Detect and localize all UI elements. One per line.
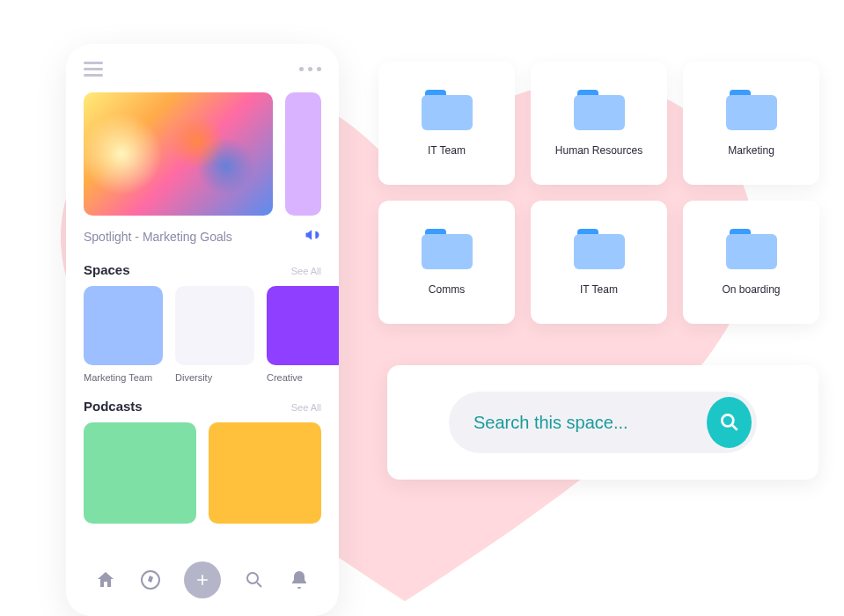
folder-card[interactable]: IT Team bbox=[378, 62, 515, 185]
space-tile bbox=[84, 286, 163, 365]
spaces-section-head: Spaces See All bbox=[66, 246, 339, 286]
folder-label: Human Resources bbox=[555, 144, 642, 157]
folder-label: On boarding bbox=[722, 283, 780, 296]
more-icon[interactable] bbox=[299, 67, 321, 71]
bell-icon[interactable] bbox=[289, 569, 310, 590]
compass-icon[interactable] bbox=[140, 569, 161, 590]
folder-label: IT Team bbox=[428, 144, 466, 157]
search-card bbox=[387, 365, 818, 480]
space-label: Creative bbox=[267, 372, 339, 383]
space-item[interactable]: Marketing Team bbox=[84, 286, 163, 383]
svg-point-1 bbox=[247, 573, 258, 583]
svg-point-2 bbox=[722, 414, 733, 426]
podcast-tile[interactable] bbox=[84, 422, 196, 524]
folder-icon bbox=[726, 90, 777, 130]
add-button[interactable] bbox=[184, 561, 221, 598]
space-item[interactable]: Creative bbox=[267, 286, 339, 383]
folder-card[interactable]: Comms bbox=[378, 201, 515, 324]
space-tile bbox=[267, 286, 339, 365]
search-icon[interactable] bbox=[244, 569, 265, 590]
folder-icon bbox=[574, 90, 625, 130]
spaces-title: Spaces bbox=[84, 262, 130, 277]
space-label: Diversity bbox=[175, 372, 254, 383]
hero-image[interactable] bbox=[84, 92, 273, 216]
space-label: Marketing Team bbox=[84, 372, 163, 383]
phone-nav bbox=[66, 553, 339, 607]
podcasts-title: Podcasts bbox=[84, 399, 143, 414]
folder-label: Comms bbox=[429, 283, 465, 296]
folder-icon bbox=[422, 90, 473, 130]
folder-card[interactable]: Marketing bbox=[683, 62, 819, 185]
phone-mockup: Spotlight - Marketing Goals Spaces See A… bbox=[66, 44, 339, 616]
podcasts-see-all[interactable]: See All bbox=[291, 402, 321, 413]
podcast-tile[interactable] bbox=[209, 422, 321, 524]
hero-side-card[interactable] bbox=[285, 92, 321, 216]
folder-icon bbox=[574, 229, 625, 269]
spaces-row: Marketing Team Diversity Creative bbox=[66, 286, 339, 383]
hero-row bbox=[66, 92, 339, 216]
podcasts-row bbox=[66, 422, 339, 524]
folder-card[interactable]: IT Team bbox=[531, 201, 667, 324]
megaphone-icon[interactable] bbox=[304, 226, 321, 246]
spotlight-bar: Spotlight - Marketing Goals bbox=[66, 216, 339, 246]
folder-label: IT Team bbox=[580, 283, 618, 296]
spaces-see-all[interactable]: See All bbox=[291, 266, 321, 276]
spotlight-label: Spotlight - Marketing Goals bbox=[84, 230, 232, 244]
folder-icon bbox=[726, 229, 777, 269]
folder-label: Marketing bbox=[728, 144, 774, 157]
folders-grid: IT Team Human Resources Marketing Comms … bbox=[378, 62, 819, 324]
home-icon[interactable] bbox=[95, 569, 116, 590]
search-pill bbox=[449, 392, 757, 453]
space-tile bbox=[175, 286, 254, 365]
folder-icon bbox=[422, 229, 473, 269]
folder-card[interactable]: Human Resources bbox=[531, 62, 667, 185]
folder-card[interactable]: On boarding bbox=[683, 201, 819, 324]
space-item[interactable]: Diversity bbox=[175, 286, 254, 383]
phone-header bbox=[66, 62, 339, 92]
search-button[interactable] bbox=[707, 397, 752, 448]
hamburger-icon[interactable] bbox=[84, 62, 103, 77]
search-input[interactable] bbox=[473, 413, 696, 433]
podcasts-section-head: Podcasts See All bbox=[66, 383, 339, 422]
